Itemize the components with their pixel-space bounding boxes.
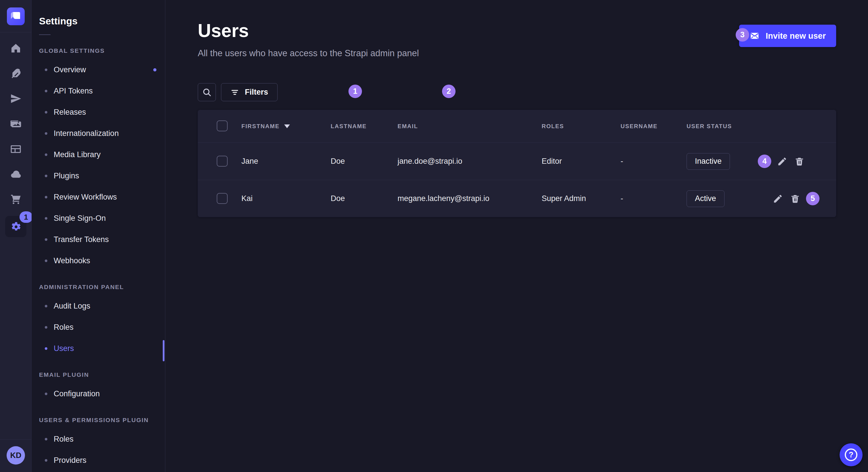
- sidebar-item-releases[interactable]: Releases: [32, 102, 165, 123]
- help-button[interactable]: ?: [840, 443, 863, 466]
- edit-user-button[interactable]: [776, 155, 788, 168]
- search-button[interactable]: [198, 83, 216, 101]
- envelope-icon: [749, 31, 760, 41]
- layout-icon[interactable]: [10, 143, 22, 155]
- cloud-icon[interactable]: [10, 168, 22, 180]
- column-header-email[interactable]: EMAIL: [398, 123, 541, 130]
- column-header-roles[interactable]: ROLES: [541, 123, 621, 130]
- sidebar-item-label: Single Sign-On: [54, 214, 106, 223]
- settings-active-tile: 1: [5, 216, 26, 237]
- sidebar-item-label: Transfer Tokens: [54, 235, 109, 244]
- sidebar-item-configuration[interactable]: Configuration: [32, 383, 165, 404]
- edit-user-button[interactable]: [772, 193, 784, 205]
- sidebar-item-providers[interactable]: Providers: [32, 450, 165, 471]
- column-header-lastname[interactable]: LASTNAME: [331, 123, 398, 130]
- invite-button-label: Invite new user: [766, 31, 826, 41]
- sidebar-item-label: Media Library: [54, 150, 101, 159]
- column-header-firstname[interactable]: FIRSTNAME: [241, 123, 331, 130]
- bullet-icon: [45, 238, 48, 241]
- sidebar-item-label: Roles: [54, 323, 73, 332]
- filters-button-label: Filters: [245, 88, 268, 97]
- page-subtitle: All the users who have access to the Str…: [198, 48, 419, 59]
- gear-icon[interactable]: [10, 221, 22, 233]
- user-status-badge: Active: [687, 191, 724, 207]
- sidebar-item-users[interactable]: Users: [32, 338, 165, 359]
- sort-caret-down-icon: [284, 125, 290, 128]
- sidebar-item-label: Plugins: [54, 171, 79, 180]
- sidebar-item-single-sign-on[interactable]: Single Sign-On: [32, 208, 165, 229]
- bullet-icon: [45, 69, 48, 71]
- trash-icon: [790, 194, 800, 204]
- sidebar-section-label: GLOBAL SETTINGS: [39, 46, 165, 55]
- sidebar-section-users-permissions-plugin: USERS & PERMISSIONS PLUGINRolesProviders: [32, 416, 165, 471]
- settings-sidebar: Settings GLOBAL SETTINGSOverviewAPI Toke…: [32, 0, 165, 472]
- cell-roles: Editor: [541, 157, 621, 166]
- cell-email: jane.doe@strapi.io: [398, 157, 541, 166]
- filters-button[interactable]: Filters: [221, 83, 278, 101]
- sidebar-item-api-tokens[interactable]: API Tokens: [32, 80, 165, 102]
- annotation-mark-5: 5: [806, 192, 819, 205]
- strapi-logo-icon: [7, 7, 25, 25]
- users-table: FIRSTNAME LASTNAME EMAIL ROLES USERNAME …: [198, 110, 836, 217]
- sidebar-item-audit-logs[interactable]: Audit Logs: [32, 295, 165, 316]
- table-row[interactable]: Jane Doe jane.doe@strapi.io Editor - Ina…: [198, 142, 836, 180]
- paper-plane-icon[interactable]: [10, 93, 22, 105]
- sidebar-item-label: Overview: [54, 65, 86, 74]
- cell-lastname: Doe: [331, 194, 398, 203]
- bullet-icon: [45, 347, 48, 350]
- row-checkbox[interactable]: [217, 193, 228, 204]
- rail-divider-bottom: [0, 439, 32, 440]
- table-row[interactable]: Kai Doe megane.lacheny@strapi.io Super A…: [198, 180, 836, 217]
- sidebar-item-label: Review Workflows: [54, 193, 117, 202]
- sidebar-item-transfer-tokens[interactable]: Transfer Tokens: [32, 229, 165, 250]
- bullet-icon: [45, 196, 48, 198]
- sidebar-item-label: API Tokens: [54, 87, 93, 96]
- home-icon[interactable]: [10, 42, 22, 54]
- annotation-mark-4: 4: [758, 155, 771, 168]
- sidebar-item-roles[interactable]: Roles: [32, 316, 165, 338]
- sidebar-section-label: EMAIL PLUGIN: [39, 370, 165, 379]
- user-avatar[interactable]: KD: [7, 446, 25, 465]
- bullet-icon: [45, 438, 48, 440]
- sidebar-item-roles[interactable]: Roles: [32, 429, 165, 450]
- media-library-icon[interactable]: [10, 118, 22, 130]
- search-icon: [202, 88, 212, 97]
- bullet-icon: [45, 260, 48, 262]
- select-all-checkbox[interactable]: [217, 121, 228, 131]
- bullet-icon: [45, 132, 48, 135]
- cell-firstname: Kai: [241, 194, 331, 203]
- bullet-icon: [45, 393, 48, 395]
- annotation-mark-2: 2: [442, 85, 456, 98]
- cell-email: megane.lacheny@strapi.io: [398, 194, 541, 203]
- filter-icon: [230, 88, 239, 97]
- cell-roles: Super Admin: [541, 194, 621, 203]
- sidebar-item-internationalization[interactable]: Internationalization: [32, 123, 165, 144]
- bullet-icon: [45, 217, 48, 220]
- column-header-username[interactable]: USERNAME: [621, 123, 687, 130]
- sidebar-item-label: Users: [54, 344, 74, 353]
- sidebar-scrollbar-thumb[interactable]: [163, 340, 164, 361]
- cell-firstname: Jane: [241, 157, 331, 166]
- page-title: Users: [198, 20, 249, 41]
- sidebar-section-email-plugin: EMAIL PLUGINConfiguration: [32, 370, 165, 404]
- row-checkbox[interactable]: [217, 156, 228, 167]
- settings-notification-badge: 1: [20, 211, 33, 223]
- sidebar-item-overview[interactable]: Overview: [32, 59, 165, 80]
- sidebar-item-media-library[interactable]: Media Library: [32, 144, 165, 165]
- question-mark-icon: ?: [845, 448, 857, 461]
- invite-new-user-button[interactable]: Invite new user: [739, 25, 836, 47]
- sidebar-item-label: Configuration: [54, 390, 100, 398]
- delete-user-button[interactable]: [793, 155, 806, 168]
- sidebar-item-label: Webhooks: [54, 256, 90, 265]
- cart-icon[interactable]: [10, 194, 22, 206]
- feather-icon[interactable]: [10, 67, 22, 79]
- sidebar-item-webhooks[interactable]: Webhooks: [32, 250, 165, 271]
- table-header-row: FIRSTNAME LASTNAME EMAIL ROLES USERNAME …: [198, 110, 836, 142]
- sidebar-item-plugins[interactable]: Plugins: [32, 165, 165, 187]
- delete-user-button[interactable]: [789, 193, 801, 205]
- column-header-user-status[interactable]: USER STATUS: [687, 123, 758, 130]
- sidebar-item-review-workflows[interactable]: Review Workflows: [32, 187, 165, 208]
- cell-lastname: Doe: [331, 157, 398, 166]
- main-nav-rail: 1 KD: [0, 0, 32, 472]
- strapi-logo[interactable]: [7, 7, 25, 25]
